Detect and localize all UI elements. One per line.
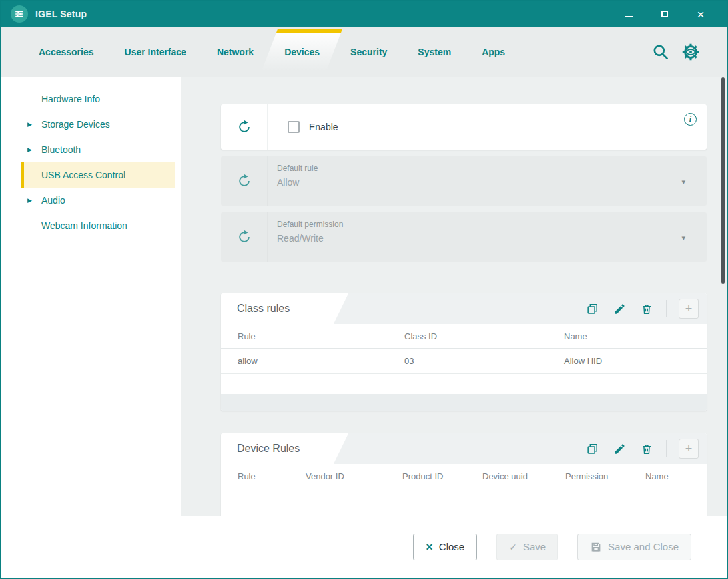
close-button[interactable]: × Close	[413, 534, 477, 560]
reset-icon	[237, 230, 252, 244]
column-header: Permission	[565, 464, 645, 488]
device-rules-table-header: Rule Vendor ID Product ID Device uuid Pe…	[221, 464, 707, 488]
reset-icon	[237, 120, 252, 134]
sidebar-item-webcam-information[interactable]: Webcam Information	[21, 213, 175, 238]
sidebar: Hardware Info ▶ Storage Devices ▶ Blueto…	[1, 77, 181, 516]
delete-rule-button[interactable]	[641, 443, 653, 455]
copy-icon	[586, 443, 599, 455]
maximize-button[interactable]	[659, 8, 671, 20]
column-header: Device uuid	[482, 464, 565, 488]
minimize-button[interactable]	[623, 8, 635, 20]
tab-devices[interactable]: Devices	[280, 27, 324, 77]
expand-arrow-icon[interactable]: ▶	[27, 121, 32, 128]
reset-enable-button[interactable]	[221, 104, 268, 150]
class-rules-footer-strip	[221, 394, 707, 411]
class-rules-card: Class rules	[221, 293, 707, 411]
settings-panel: Enable i Default rule Allow ▾	[181, 77, 727, 516]
save-disk-icon	[590, 541, 602, 553]
edit-rule-button[interactable]	[613, 443, 626, 455]
app-window: IGEL Setup × Accessories User Interface …	[0, 0, 728, 579]
main-nav: Accessories User Interface Network Devic…	[1, 27, 727, 77]
column-header: Product ID	[402, 464, 482, 488]
add-device-rule-button[interactable]: +	[679, 439, 699, 459]
sidebar-item-audio[interactable]: ▶ Audio	[21, 188, 175, 213]
trash-icon	[641, 303, 653, 315]
device-rules-header: Device Rules	[221, 433, 707, 464]
default-permission-select[interactable]: Read/Write ▾	[277, 233, 688, 250]
class-rules-empty-area	[221, 374, 707, 394]
toolbar-divider	[666, 440, 667, 457]
scrollbar[interactable]	[721, 77, 725, 284]
column-header: Name	[564, 324, 707, 348]
column-header: Rule	[238, 324, 404, 348]
copy-rule-button[interactable]	[586, 443, 599, 455]
device-rules-title: Device Rules	[237, 443, 300, 455]
save-button[interactable]: ✓ Save	[496, 534, 558, 560]
enable-card: Enable i	[221, 104, 707, 150]
class-rules-header: Class rules	[221, 293, 707, 324]
column-header: Name	[645, 464, 707, 488]
column-header: Vendor ID	[306, 464, 402, 488]
default-rule-select[interactable]: Allow ▾	[277, 177, 688, 194]
class-rules-title: Class rules	[237, 303, 290, 315]
close-icon: ×	[697, 8, 704, 21]
enable-checkbox[interactable]	[288, 121, 300, 133]
device-rules-empty-area	[221, 488, 707, 516]
tab-accessories[interactable]: Accessories	[35, 27, 98, 77]
column-header: Class ID	[404, 324, 564, 348]
add-class-rule-button[interactable]: +	[679, 299, 699, 319]
expand-arrow-icon[interactable]: ▶	[27, 146, 32, 153]
default-permission-label: Default permission	[277, 220, 688, 229]
edit-rule-button[interactable]	[613, 303, 626, 315]
tab-user-interface[interactable]: User Interface	[121, 27, 190, 77]
check-icon: ✓	[509, 542, 517, 552]
device-rules-card: Device Rules	[221, 433, 707, 516]
minimize-icon	[625, 16, 633, 17]
copy-rule-button[interactable]	[586, 303, 599, 315]
table-row[interactable]: allow 03 Allow HID	[221, 349, 707, 374]
default-rule-label: Default rule	[277, 164, 688, 173]
maximize-icon	[661, 11, 668, 17]
trash-icon	[641, 443, 653, 455]
igel-logo-icon	[11, 5, 28, 23]
enable-label: Enable	[309, 122, 338, 132]
default-permission-row: Default permission Read/Write ▾	[221, 212, 707, 262]
search-button[interactable]	[651, 43, 669, 61]
toolbar-divider	[666, 300, 667, 317]
reset-default-rule-button[interactable]	[221, 156, 268, 206]
settings-visibility-button[interactable]	[681, 43, 700, 61]
footer-bar: × Close ✓ Save Save and Close	[1, 516, 727, 578]
title-bar: IGEL Setup ×	[1, 1, 727, 27]
default-rule-row: Default rule Allow ▾	[221, 156, 707, 206]
column-header: Rule	[238, 464, 306, 488]
class-rules-table-header: Rule Class ID Name	[221, 324, 707, 349]
sidebar-item-bluetooth[interactable]: ▶ Bluetooth	[21, 137, 175, 162]
tab-security[interactable]: Security	[346, 27, 391, 77]
info-icon[interactable]: i	[684, 113, 697, 126]
tab-apps[interactable]: Apps	[478, 27, 509, 77]
expand-arrow-icon[interactable]: ▶	[27, 197, 32, 204]
tab-network[interactable]: Network	[213, 27, 258, 77]
sidebar-item-storage-devices[interactable]: ▶ Storage Devices	[21, 112, 175, 137]
close-window-button[interactable]: ×	[695, 8, 707, 20]
window-title: IGEL Setup	[35, 9, 87, 19]
chevron-down-icon: ▾	[681, 178, 685, 186]
chevron-down-icon: ▾	[681, 234, 685, 242]
sidebar-item-usb-access-control[interactable]: USB Access Control	[21, 162, 175, 188]
pencil-icon	[613, 303, 626, 315]
sidebar-item-hardware-info[interactable]: Hardware Info	[21, 87, 175, 112]
tab-system[interactable]: System	[414, 27, 455, 77]
copy-icon	[586, 303, 599, 315]
gear-eye-icon	[681, 43, 700, 61]
reset-icon	[237, 174, 252, 188]
reset-default-permission-button[interactable]	[221, 212, 268, 262]
delete-rule-button[interactable]	[641, 303, 653, 315]
save-and-close-button[interactable]: Save and Close	[577, 534, 691, 560]
search-icon	[651, 43, 669, 61]
close-x-icon: ×	[426, 541, 433, 553]
pencil-icon	[613, 443, 626, 455]
